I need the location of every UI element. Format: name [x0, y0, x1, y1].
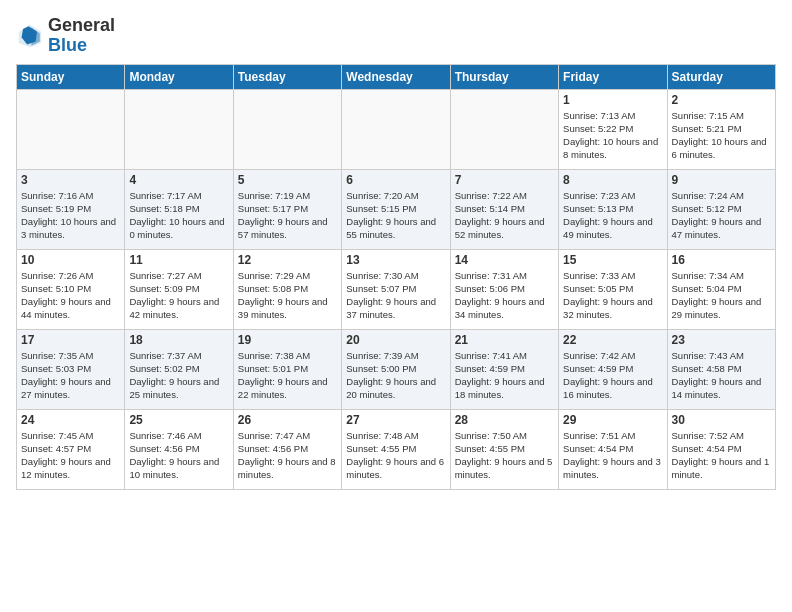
- calendar-cell: [342, 89, 450, 169]
- weekday-header: Wednesday: [342, 64, 450, 89]
- day-info: Sunrise: 7:20 AM Sunset: 5:15 PM Dayligh…: [346, 189, 445, 242]
- day-info: Sunrise: 7:45 AM Sunset: 4:57 PM Dayligh…: [21, 429, 120, 482]
- calendar-cell: 17Sunrise: 7:35 AM Sunset: 5:03 PM Dayli…: [17, 329, 125, 409]
- day-number: 18: [129, 333, 228, 347]
- logo-icon: [16, 22, 44, 50]
- day-info: Sunrise: 7:33 AM Sunset: 5:05 PM Dayligh…: [563, 269, 662, 322]
- calendar-cell: 7Sunrise: 7:22 AM Sunset: 5:14 PM Daylig…: [450, 169, 558, 249]
- day-info: Sunrise: 7:15 AM Sunset: 5:21 PM Dayligh…: [672, 109, 771, 162]
- day-info: Sunrise: 7:24 AM Sunset: 5:12 PM Dayligh…: [672, 189, 771, 242]
- day-number: 7: [455, 173, 554, 187]
- day-number: 16: [672, 253, 771, 267]
- logo-text: General Blue: [48, 16, 115, 56]
- calendar-cell: 22Sunrise: 7:42 AM Sunset: 4:59 PM Dayli…: [559, 329, 667, 409]
- day-number: 30: [672, 413, 771, 427]
- weekday-header: Monday: [125, 64, 233, 89]
- day-info: Sunrise: 7:26 AM Sunset: 5:10 PM Dayligh…: [21, 269, 120, 322]
- page-header: General Blue: [16, 16, 776, 56]
- day-info: Sunrise: 7:48 AM Sunset: 4:55 PM Dayligh…: [346, 429, 445, 482]
- calendar-cell: 14Sunrise: 7:31 AM Sunset: 5:06 PM Dayli…: [450, 249, 558, 329]
- day-number: 10: [21, 253, 120, 267]
- calendar-cell: 2Sunrise: 7:15 AM Sunset: 5:21 PM Daylig…: [667, 89, 775, 169]
- day-info: Sunrise: 7:43 AM Sunset: 4:58 PM Dayligh…: [672, 349, 771, 402]
- calendar-cell: 13Sunrise: 7:30 AM Sunset: 5:07 PM Dayli…: [342, 249, 450, 329]
- day-number: 22: [563, 333, 662, 347]
- day-info: Sunrise: 7:52 AM Sunset: 4:54 PM Dayligh…: [672, 429, 771, 482]
- day-number: 6: [346, 173, 445, 187]
- day-number: 24: [21, 413, 120, 427]
- weekday-header-row: SundayMondayTuesdayWednesdayThursdayFrid…: [17, 64, 776, 89]
- day-number: 9: [672, 173, 771, 187]
- calendar-cell: 5Sunrise: 7:19 AM Sunset: 5:17 PM Daylig…: [233, 169, 341, 249]
- calendar-cell: 24Sunrise: 7:45 AM Sunset: 4:57 PM Dayli…: [17, 409, 125, 489]
- calendar-cell: 20Sunrise: 7:39 AM Sunset: 5:00 PM Dayli…: [342, 329, 450, 409]
- calendar-week-row: 24Sunrise: 7:45 AM Sunset: 4:57 PM Dayli…: [17, 409, 776, 489]
- calendar-cell: 26Sunrise: 7:47 AM Sunset: 4:56 PM Dayli…: [233, 409, 341, 489]
- day-info: Sunrise: 7:30 AM Sunset: 5:07 PM Dayligh…: [346, 269, 445, 322]
- day-info: Sunrise: 7:19 AM Sunset: 5:17 PM Dayligh…: [238, 189, 337, 242]
- day-number: 27: [346, 413, 445, 427]
- calendar-cell: 11Sunrise: 7:27 AM Sunset: 5:09 PM Dayli…: [125, 249, 233, 329]
- day-number: 4: [129, 173, 228, 187]
- day-info: Sunrise: 7:46 AM Sunset: 4:56 PM Dayligh…: [129, 429, 228, 482]
- day-info: Sunrise: 7:29 AM Sunset: 5:08 PM Dayligh…: [238, 269, 337, 322]
- calendar-cell: 30Sunrise: 7:52 AM Sunset: 4:54 PM Dayli…: [667, 409, 775, 489]
- calendar-cell: 3Sunrise: 7:16 AM Sunset: 5:19 PM Daylig…: [17, 169, 125, 249]
- day-number: 13: [346, 253, 445, 267]
- calendar-table: SundayMondayTuesdayWednesdayThursdayFrid…: [16, 64, 776, 490]
- calendar-cell: 12Sunrise: 7:29 AM Sunset: 5:08 PM Dayli…: [233, 249, 341, 329]
- day-number: 28: [455, 413, 554, 427]
- day-info: Sunrise: 7:13 AM Sunset: 5:22 PM Dayligh…: [563, 109, 662, 162]
- day-number: 14: [455, 253, 554, 267]
- day-info: Sunrise: 7:22 AM Sunset: 5:14 PM Dayligh…: [455, 189, 554, 242]
- day-number: 11: [129, 253, 228, 267]
- day-info: Sunrise: 7:16 AM Sunset: 5:19 PM Dayligh…: [21, 189, 120, 242]
- day-number: 29: [563, 413, 662, 427]
- calendar-cell: 9Sunrise: 7:24 AM Sunset: 5:12 PM Daylig…: [667, 169, 775, 249]
- day-info: Sunrise: 7:27 AM Sunset: 5:09 PM Dayligh…: [129, 269, 228, 322]
- calendar-cell: 19Sunrise: 7:38 AM Sunset: 5:01 PM Dayli…: [233, 329, 341, 409]
- calendar-cell: 1Sunrise: 7:13 AM Sunset: 5:22 PM Daylig…: [559, 89, 667, 169]
- calendar-cell: 4Sunrise: 7:17 AM Sunset: 5:18 PM Daylig…: [125, 169, 233, 249]
- calendar-cell: 10Sunrise: 7:26 AM Sunset: 5:10 PM Dayli…: [17, 249, 125, 329]
- day-info: Sunrise: 7:41 AM Sunset: 4:59 PM Dayligh…: [455, 349, 554, 402]
- day-number: 26: [238, 413, 337, 427]
- calendar-cell: 25Sunrise: 7:46 AM Sunset: 4:56 PM Dayli…: [125, 409, 233, 489]
- calendar-cell: [125, 89, 233, 169]
- day-number: 3: [21, 173, 120, 187]
- day-info: Sunrise: 7:51 AM Sunset: 4:54 PM Dayligh…: [563, 429, 662, 482]
- calendar-cell: 23Sunrise: 7:43 AM Sunset: 4:58 PM Dayli…: [667, 329, 775, 409]
- calendar-cell: 6Sunrise: 7:20 AM Sunset: 5:15 PM Daylig…: [342, 169, 450, 249]
- day-number: 5: [238, 173, 337, 187]
- day-number: 25: [129, 413, 228, 427]
- calendar-cell: 18Sunrise: 7:37 AM Sunset: 5:02 PM Dayli…: [125, 329, 233, 409]
- day-number: 21: [455, 333, 554, 347]
- day-number: 8: [563, 173, 662, 187]
- day-info: Sunrise: 7:39 AM Sunset: 5:00 PM Dayligh…: [346, 349, 445, 402]
- day-info: Sunrise: 7:23 AM Sunset: 5:13 PM Dayligh…: [563, 189, 662, 242]
- day-number: 12: [238, 253, 337, 267]
- calendar-cell: 15Sunrise: 7:33 AM Sunset: 5:05 PM Dayli…: [559, 249, 667, 329]
- day-info: Sunrise: 7:17 AM Sunset: 5:18 PM Dayligh…: [129, 189, 228, 242]
- calendar-cell: 8Sunrise: 7:23 AM Sunset: 5:13 PM Daylig…: [559, 169, 667, 249]
- day-info: Sunrise: 7:31 AM Sunset: 5:06 PM Dayligh…: [455, 269, 554, 322]
- calendar-week-row: 17Sunrise: 7:35 AM Sunset: 5:03 PM Dayli…: [17, 329, 776, 409]
- day-info: Sunrise: 7:34 AM Sunset: 5:04 PM Dayligh…: [672, 269, 771, 322]
- calendar-cell: 29Sunrise: 7:51 AM Sunset: 4:54 PM Dayli…: [559, 409, 667, 489]
- calendar-week-row: 3Sunrise: 7:16 AM Sunset: 5:19 PM Daylig…: [17, 169, 776, 249]
- day-info: Sunrise: 7:37 AM Sunset: 5:02 PM Dayligh…: [129, 349, 228, 402]
- day-number: 1: [563, 93, 662, 107]
- weekday-header: Friday: [559, 64, 667, 89]
- calendar-cell: 28Sunrise: 7:50 AM Sunset: 4:55 PM Dayli…: [450, 409, 558, 489]
- calendar-cell: 16Sunrise: 7:34 AM Sunset: 5:04 PM Dayli…: [667, 249, 775, 329]
- weekday-header: Tuesday: [233, 64, 341, 89]
- weekday-header: Thursday: [450, 64, 558, 89]
- calendar-week-row: 10Sunrise: 7:26 AM Sunset: 5:10 PM Dayli…: [17, 249, 776, 329]
- calendar-cell: 21Sunrise: 7:41 AM Sunset: 4:59 PM Dayli…: [450, 329, 558, 409]
- calendar-week-row: 1Sunrise: 7:13 AM Sunset: 5:22 PM Daylig…: [17, 89, 776, 169]
- day-number: 15: [563, 253, 662, 267]
- day-info: Sunrise: 7:50 AM Sunset: 4:55 PM Dayligh…: [455, 429, 554, 482]
- day-number: 2: [672, 93, 771, 107]
- day-info: Sunrise: 7:38 AM Sunset: 5:01 PM Dayligh…: [238, 349, 337, 402]
- weekday-header: Saturday: [667, 64, 775, 89]
